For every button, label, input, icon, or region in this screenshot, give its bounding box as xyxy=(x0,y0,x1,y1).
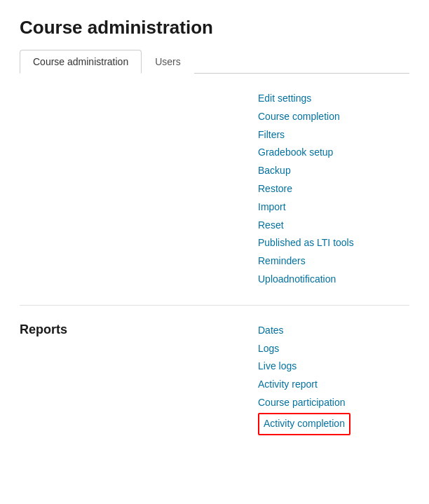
list-item: Gradebook setup xyxy=(258,144,409,161)
reports-title: Reports xyxy=(20,322,258,337)
list-item: Reminders xyxy=(258,253,409,270)
main-link[interactable]: Reset xyxy=(258,219,284,231)
reports-link[interactable]: Logs xyxy=(258,343,279,354)
list-item: Dates xyxy=(258,322,409,339)
main-link[interactable]: Uploadnotification xyxy=(258,273,336,285)
main-link[interactable]: Reminders xyxy=(258,255,306,266)
left-section xyxy=(20,90,258,288)
main-link[interactable]: Course completion xyxy=(258,111,340,122)
list-item: Backup xyxy=(258,163,409,179)
main-link[interactable]: Filters xyxy=(258,129,285,140)
list-item: Import xyxy=(258,199,409,216)
main-links-section: Edit settingsCourse completionFiltersGra… xyxy=(258,90,409,288)
list-item: Edit settings xyxy=(258,90,409,107)
reports-link[interactable]: Dates xyxy=(258,325,284,336)
list-item: Course participation xyxy=(258,395,409,411)
main-link[interactable]: Import xyxy=(258,201,286,212)
section-divider xyxy=(20,305,409,306)
list-item: Course completion xyxy=(258,109,409,125)
content-area: Edit settingsCourse completionFiltersGra… xyxy=(20,90,409,288)
list-item: Activity report xyxy=(258,376,409,393)
tab-users[interactable]: Users xyxy=(142,50,194,74)
main-link-list: Edit settingsCourse completionFiltersGra… xyxy=(258,90,409,288)
reports-left: Reports xyxy=(20,322,258,435)
reports-link-highlighted[interactable]: Activity completion xyxy=(264,418,345,429)
list-item: Reset xyxy=(258,217,409,234)
main-link[interactable]: Edit settings xyxy=(258,93,311,104)
tab-bar: Course administration Users xyxy=(20,50,409,74)
list-item: Logs xyxy=(258,341,409,357)
main-link[interactable]: Backup xyxy=(258,165,291,176)
page-title: Course administration xyxy=(20,17,409,39)
tab-course-administration[interactable]: Course administration xyxy=(20,50,142,74)
reports-link-list: DatesLogsLive logsActivity reportCourse … xyxy=(258,322,409,435)
list-item: Published as LTI tools xyxy=(258,235,409,252)
list-item: Uploadnotification xyxy=(258,271,409,288)
reports-link[interactable]: Course participation xyxy=(258,397,346,408)
reports-link[interactable]: Activity report xyxy=(258,379,318,390)
list-item: Activity completion xyxy=(258,413,409,435)
reports-link[interactable]: Live logs xyxy=(258,360,297,372)
main-link[interactable]: Restore xyxy=(258,183,292,194)
list-item: Filters xyxy=(258,127,409,144)
main-link[interactable]: Gradebook setup xyxy=(258,147,333,158)
highlighted-item: Activity completion xyxy=(258,413,350,435)
reports-links-section: DatesLogsLive logsActivity reportCourse … xyxy=(258,322,409,435)
reports-section: Reports DatesLogsLive logsActivity repor… xyxy=(20,322,409,435)
main-link[interactable]: Published as LTI tools xyxy=(258,237,354,248)
list-item: Restore xyxy=(258,181,409,198)
list-item: Live logs xyxy=(258,358,409,375)
